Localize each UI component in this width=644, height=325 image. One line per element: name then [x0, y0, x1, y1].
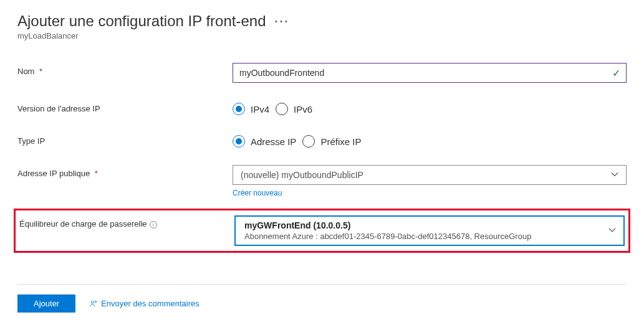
- feedback-link[interactable]: Envoyer des commentaires: [89, 299, 199, 308]
- name-input[interactable]: [233, 63, 627, 83]
- radio-ip-prefix[interactable]: Préfixe IP: [302, 135, 361, 148]
- radio-circle-icon: [302, 135, 315, 148]
- add-button[interactable]: Ajouter: [17, 294, 75, 313]
- info-icon[interactable]: i: [150, 221, 157, 228]
- radio-ip-address-label: Adresse IP: [251, 136, 296, 147]
- name-label-text: Nom: [17, 67, 34, 76]
- public-ip-label: Adresse IP publique *: [17, 165, 233, 178]
- gateway-lb-select[interactable]: myGWFrontEnd (10.0.0.5) Abonnement Azure…: [234, 215, 625, 246]
- gateway-lb-highlight: Équilibreur de charge de passerellei myG…: [14, 209, 630, 253]
- page-subtitle: myLoadBalancer: [17, 31, 627, 40]
- radio-ipv6[interactable]: IPv6: [276, 103, 312, 115]
- create-new-link[interactable]: Créer nouveau: [233, 189, 282, 197]
- gateway-lb-selected-title: myGWFrontEnd (10.0.0.5): [244, 220, 602, 230]
- radio-circle-checked-icon: [233, 103, 245, 115]
- feedback-label: Envoyer des commentaires: [101, 299, 199, 308]
- radio-ip-prefix-label: Préfixe IP: [320, 136, 361, 147]
- gateway-lb-selected-sub: Abonnement Azure : abcdef01-2345-6789-0a…: [244, 232, 602, 241]
- name-label: Nom *: [17, 63, 233, 76]
- chevron-down-icon: [608, 226, 616, 235]
- radio-ipv4-label: IPv4: [251, 104, 269, 115]
- required-indicator: *: [39, 67, 42, 76]
- gateway-lb-label: Équilibreur de charge de passerellei: [19, 215, 234, 228]
- person-icon: [89, 299, 98, 308]
- radio-ipv4[interactable]: IPv4: [233, 103, 269, 115]
- ip-version-label: Version de l'adresse IP: [17, 100, 233, 113]
- public-ip-value: (nouvelle) myOutboundPublicIP: [241, 170, 363, 180]
- radio-ipv6-label: IPv6: [294, 104, 312, 115]
- ip-type-label: Type IP: [17, 133, 233, 146]
- check-icon: ✓: [612, 67, 620, 79]
- radio-circle-checked-icon: [233, 135, 245, 148]
- radio-ip-address[interactable]: Adresse IP: [233, 135, 296, 148]
- svg-point-0: [92, 301, 94, 303]
- chevron-down-icon: [611, 170, 618, 180]
- required-indicator: *: [95, 169, 98, 178]
- radio-circle-icon: [276, 103, 288, 115]
- public-ip-label-text: Adresse IP publique: [17, 169, 90, 178]
- public-ip-select[interactable]: (nouvelle) myOutboundPublicIP: [233, 165, 627, 185]
- page-title-text: Ajouter une configuration IP front-end: [17, 12, 266, 29]
- title-more-icon[interactable]: ⋯: [274, 12, 289, 29]
- gateway-lb-label-text: Équilibreur de charge de passerelle: [19, 219, 147, 228]
- page-title: Ajouter une configuration IP front-end ⋯: [17, 12, 627, 30]
